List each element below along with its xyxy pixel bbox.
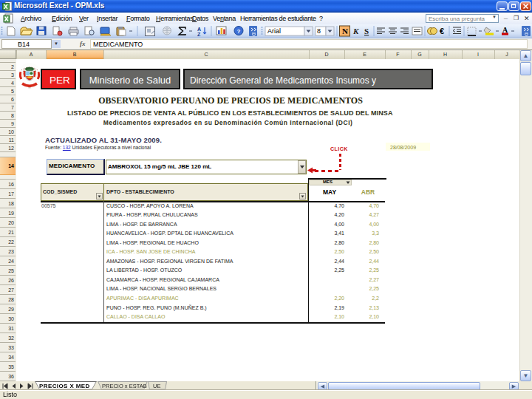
svg-text:A: A	[197, 27, 201, 32]
svg-text:S: S	[364, 27, 369, 35]
svg-text:?: ?	[237, 28, 241, 35]
svg-text:K: K	[352, 27, 359, 35]
svg-text:A: A	[502, 26, 508, 34]
svg-text:Z: Z	[197, 32, 201, 37]
svg-text:€: €	[440, 27, 444, 35]
svg-text:8: 8	[317, 27, 321, 35]
svg-text:N: N	[342, 27, 348, 35]
svg-text:Arial: Arial	[267, 27, 281, 35]
